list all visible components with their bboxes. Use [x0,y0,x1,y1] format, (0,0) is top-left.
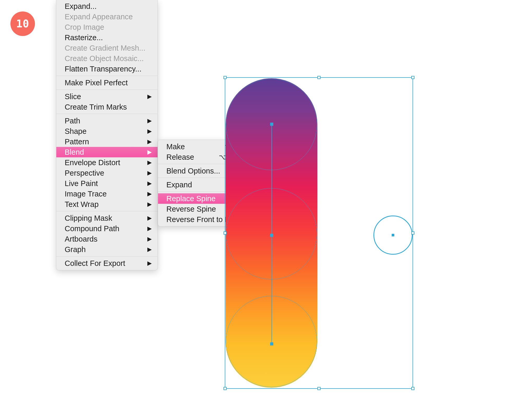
chevron-right-icon: ▶ [147,200,152,209]
resize-handle[interactable] [317,76,321,79]
menu-expand[interactable]: Expand... [56,1,158,11]
chevron-right-icon: ▶ [147,168,152,178]
step-number-badge: 10 [10,11,35,36]
menu-label: Path [65,116,80,126]
submenu-label: Replace Spine [166,194,216,203]
menu-separator [56,256,158,256]
menu-pattern[interactable]: Pattern▶ [56,136,158,147]
menu-separator [56,211,158,211]
menu-label: Pattern [65,137,89,146]
menu-trim-marks[interactable]: Create Trim Marks [56,102,158,112]
menu-label: Blend [65,147,84,157]
artboard-canvas[interactable] [225,77,413,389]
chevron-right-icon: ▶ [147,158,152,167]
menu-separator [56,89,158,90]
menu-live-paint[interactable]: Live Paint▶ [56,178,158,189]
chevron-right-icon: ▶ [147,147,152,157]
menu-path[interactable]: Path▶ [56,116,158,126]
menu-label: Expand Appearance [65,12,133,21]
menu-label: Perspective [65,168,104,178]
resize-handle[interactable] [223,76,227,79]
menu-separator [56,114,158,114]
menu-label: Envelope Distort [65,158,120,167]
menu-label: Graph [65,245,86,254]
menu-label: Shape [65,127,87,136]
menu-collect-export[interactable]: Collect For Export▶ [56,258,158,268]
menu-label: Text Wrap [65,200,99,209]
resize-handle[interactable] [223,387,227,390]
menu-label: Create Object Mosaic... [65,54,144,63]
menu-envelope-distort[interactable]: Envelope Distort▶ [56,157,158,168]
chevron-right-icon: ▶ [147,245,152,254]
menu-label: Create Gradient Mesh... [65,43,145,53]
chevron-right-icon: ▶ [147,224,152,233]
submenu-label: Blend Options... [166,166,220,176]
menu-label: Make Pixel Perfect [65,78,128,87]
chevron-right-icon: ▶ [147,179,152,188]
menu-graph[interactable]: Graph▶ [56,244,158,255]
menu-compound-path[interactable]: Compound Path▶ [56,223,158,234]
menu-label: Live Paint [65,179,98,188]
menu-perspective[interactable]: Perspective▶ [56,168,158,178]
menu-text-wrap[interactable]: Text Wrap▶ [56,199,158,210]
menu-label: Flatten Transparency... [65,64,141,74]
chevron-right-icon: ▶ [147,127,152,136]
selection-bounding-box [225,77,413,389]
menu-separator [56,76,158,76]
menu-slice[interactable]: Slice▶ [56,91,158,102]
menu-label: Expand... [65,2,97,11]
chevron-right-icon: ▶ [147,92,152,101]
submenu-label: Make [166,142,185,151]
chevron-right-icon: ▶ [147,213,152,223]
resize-handle[interactable] [411,231,414,235]
menu-shape[interactable]: Shape▶ [56,126,158,136]
chevron-right-icon: ▶ [147,137,152,146]
menu-image-trace[interactable]: Image Trace▶ [56,189,158,199]
menu-label: Clipping Mask [65,213,112,223]
menu-label: Rasterize... [65,33,103,42]
submenu-label: Expand [166,180,192,189]
object-menu: Expand... Expand Appearance Crop Image R… [56,0,158,270]
menu-flatten-transparency[interactable]: Flatten Transparency... [56,64,158,74]
menu-expand-appearance: Expand Appearance [56,11,158,22]
submenu-label: Reverse Spine [166,204,216,214]
menu-gradient-mesh: Create Gradient Mesh... [56,43,158,53]
resize-handle[interactable] [411,76,414,79]
menu-crop-image: Crop Image [56,22,158,32]
chevron-right-icon: ▶ [147,116,152,126]
submenu-label: Release [166,152,194,162]
menu-label: Crop Image [65,22,104,32]
menu-label: Collect For Export [65,259,125,268]
menu-blend[interactable]: Blend▶ [56,147,158,157]
menu-pixel-perfect[interactable]: Make Pixel Perfect [56,77,158,88]
chevron-right-icon: ▶ [147,189,152,199]
menu-object-mosaic: Create Object Mosaic... [56,53,158,64]
menu-label: Artboards [65,234,98,244]
chevron-right-icon: ▶ [147,259,152,268]
resize-handle[interactable] [411,387,414,390]
resize-handle[interactable] [317,387,321,390]
menu-clipping-mask[interactable]: Clipping Mask▶ [56,213,158,223]
menu-label: Image Trace [65,189,107,199]
menu-label: Slice [65,92,81,101]
menu-label: Create Trim Marks [65,102,127,112]
menu-label: Compound Path [65,224,119,233]
chevron-right-icon: ▶ [147,234,152,244]
resize-handle[interactable] [223,231,227,235]
menu-rasterize[interactable]: Rasterize... [56,32,158,43]
menu-artboards[interactable]: Artboards▶ [56,234,158,244]
